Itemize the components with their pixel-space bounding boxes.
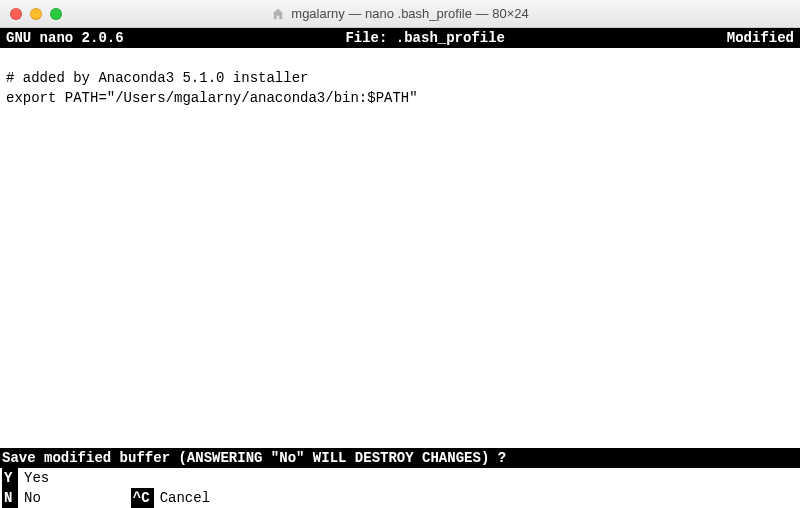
nano-modified-status: Modified (727, 28, 794, 48)
editor-content[interactable]: # added by Anaconda3 5.1.0 installer exp… (0, 68, 800, 108)
editor-line: export PATH="/Users/mgalarny/anaconda3/b… (6, 88, 794, 108)
blank-row (0, 428, 800, 448)
label-no: No (18, 488, 41, 508)
home-icon (271, 7, 285, 21)
blank-row (0, 48, 800, 68)
blank-row (0, 368, 800, 388)
key-ctrl-c: ^C (131, 488, 154, 508)
options-row: N No ^C Cancel (2, 488, 798, 508)
nano-app-name: GNU nano 2.0.6 (6, 28, 124, 48)
option-no[interactable]: N No (2, 488, 41, 508)
macos-titlebar: mgalarny — nano .bash_profile — 80×24 (0, 0, 800, 28)
options-row: Y Yes (2, 468, 798, 488)
blank-row (0, 208, 800, 228)
blank-row (0, 108, 800, 128)
option-yes[interactable]: Y Yes (2, 468, 49, 488)
nano-save-prompt: Save modified buffer (ANSWERING "No" WIL… (0, 448, 800, 468)
close-icon[interactable] (10, 8, 22, 20)
window-title-wrap: mgalarny — nano .bash_profile — 80×24 (0, 6, 800, 21)
blank-row (0, 288, 800, 308)
minimize-icon[interactable] (30, 8, 42, 20)
blank-row (0, 268, 800, 288)
window-controls (10, 8, 62, 20)
blank-row (0, 248, 800, 268)
option-cancel[interactable]: ^C Cancel (131, 488, 210, 508)
blank-row (0, 168, 800, 188)
key-y: Y (2, 468, 18, 488)
nano-header-bar: GNU nano 2.0.6 File: .bash_profile Modif… (0, 28, 800, 48)
maximize-icon[interactable] (50, 8, 62, 20)
terminal-view[interactable]: GNU nano 2.0.6 File: .bash_profile Modif… (0, 28, 800, 508)
blank-row (0, 348, 800, 368)
nano-file-label: File: .bash_profile (124, 28, 727, 48)
blank-row (0, 308, 800, 328)
editor-line: # added by Anaconda3 5.1.0 installer (6, 68, 794, 88)
blank-row (0, 388, 800, 408)
blank-row (0, 128, 800, 148)
key-n: N (2, 488, 18, 508)
label-yes: Yes (18, 468, 49, 488)
blank-row (0, 188, 800, 208)
blank-row (0, 328, 800, 348)
nano-options: Y Yes N No ^C Cancel (0, 468, 800, 508)
blank-row (0, 148, 800, 168)
label-cancel: Cancel (154, 488, 210, 508)
blank-row (0, 408, 800, 428)
blank-row (0, 228, 800, 248)
window-title: mgalarny — nano .bash_profile — 80×24 (291, 6, 528, 21)
